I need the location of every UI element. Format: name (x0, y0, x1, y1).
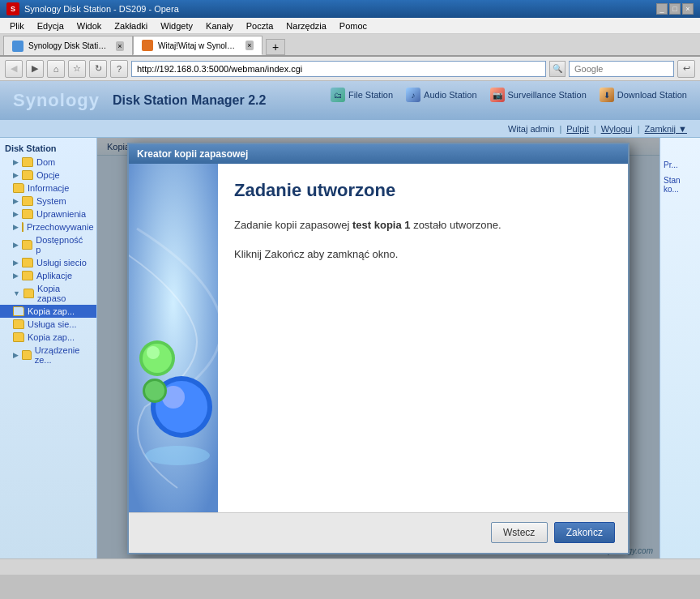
download-station-icon: ⬇ (600, 88, 614, 102)
menu-pomoc[interactable]: Pomoc (333, 19, 373, 32)
sidebar-item-kopia-zap2[interactable]: Kopia zap... (0, 331, 96, 344)
informacje-folder-icon (13, 183, 24, 193)
status-bar (0, 558, 700, 575)
file-station-icon: 🗂 (331, 88, 345, 102)
sidebar-item-kopia-zapasowa[interactable]: ▼ Kopia zapaso (0, 282, 96, 305)
sidebar-item-uslugi[interactable]: ▶ Usługi siecio (0, 256, 96, 269)
przechowywanie-arrow-icon: ▶ (13, 223, 19, 231)
back-nav-button[interactable]: ↩ (677, 60, 695, 78)
menu-widgety[interactable]: Widgety (154, 19, 199, 32)
sidebar-item-kopia-zap-active[interactable]: Kopia zap... (0, 305, 96, 318)
sidebar-item-urzadzenie-label: Urządzenie ze... (35, 345, 87, 365)
sidebar-item-kopia-zap2-label: Kopia zap... (28, 332, 75, 342)
right-panel-pr-label: Pr... (664, 160, 697, 169)
address-input[interactable] (131, 61, 546, 77)
menu-edycja[interactable]: Edycja (31, 19, 70, 32)
menu-zakladki[interactable]: Zakładki (108, 19, 154, 32)
content-area: Kopia zapasowa » Kopia zapasowa Kreator … (97, 138, 659, 558)
usluga-sie-icon (13, 319, 24, 329)
home-button[interactable]: ⌂ (47, 60, 65, 78)
tab-2[interactable]: Witaj!Witaj w Synology ... × (133, 36, 262, 55)
file-station-link[interactable]: 🗂 File Station (331, 88, 393, 102)
kopia-zap-active-icon (13, 306, 24, 316)
sidebar-item-przechowywanie-label: Przechowywanie (27, 222, 94, 232)
sidebar-item-dom[interactable]: ▶ Dom (0, 156, 96, 169)
wizard-dialog: Kreator kopii zapasowej (127, 143, 630, 554)
pulpit-link[interactable]: Pulpit (566, 124, 589, 134)
sidebar-item-usluga-sie[interactable]: Usługa sie... (0, 318, 96, 331)
logo-subtitle: Disk Station Manager 2.2 (113, 93, 266, 108)
surveillance-station-icon: 📷 (490, 88, 505, 102)
wizard-message1: Zadanie kopii zapasowej test kopia 1 zos… (234, 217, 612, 234)
aplikacje-folder-icon (22, 271, 33, 280)
sidebar-item-aplikacje[interactable]: ▶ Aplikacje (0, 269, 96, 282)
back-button[interactable]: Wstecz (491, 522, 548, 543)
sidebar-item-aplikacje-label: Aplikacje (36, 271, 72, 280)
surveillance-station-label: Surveillance Station (508, 90, 587, 100)
sidebar-item-uprawnienia[interactable]: ▶ Uprawnienia (0, 208, 96, 220)
tab-1[interactable]: Synology Disk Station - ... × (3, 36, 133, 55)
wyloguj-link[interactable]: Wyloguj (601, 124, 633, 134)
sidebar-header-label: Disk Station (5, 143, 57, 153)
bookmark-button[interactable]: ☆ (68, 60, 86, 78)
sidebar-item-przechowywanie[interactable]: ▶ Przechowywanie (0, 220, 96, 233)
finish-button[interactable]: Zakończ (554, 522, 615, 543)
back-button[interactable]: ◀ (5, 60, 23, 78)
sidebar-item-opcje[interactable]: ▶ Opcje (0, 169, 96, 182)
wizard-left-panel (129, 164, 218, 512)
sidebar-item-dostepnosc[interactable]: ▶ Dostępność p (0, 233, 96, 256)
tab-1-favicon (12, 41, 23, 52)
dom-arrow-icon: ▶ (13, 158, 19, 166)
sidebar-header[interactable]: Disk Station (0, 141, 96, 156)
title-bar: S Synology Disk Station - DS209 - Opera … (0, 0, 700, 18)
wizard-image (129, 164, 218, 512)
forward-button[interactable]: ▶ (26, 60, 44, 78)
sidebar-item-informacje-label: Informacje (28, 183, 69, 193)
dom-folder-icon (22, 157, 33, 167)
uprawnienia-folder-icon (22, 209, 33, 219)
dostepnosc-arrow-icon: ▶ (13, 241, 19, 249)
menu-narzedzia[interactable]: Narzędzia (280, 19, 333, 32)
maximize-button[interactable]: □ (669, 3, 681, 15)
browser-icon: S (6, 2, 19, 15)
wizard-right-panel: Zadanie utworzone Zadanie kopii zapasowe… (218, 164, 628, 512)
menu-kanaly[interactable]: Kanały (199, 19, 240, 32)
uslugi-arrow-icon: ▶ (13, 259, 19, 267)
menu-widok[interactable]: Widok (70, 19, 109, 32)
uslugi-folder-icon (22, 258, 33, 267)
sidebar-item-kopia-zap-active-label: Kopia zap... (28, 306, 75, 316)
search-icon: 🔍 (549, 61, 566, 77)
close-button[interactable]: × (682, 3, 694, 15)
window-controls[interactable]: _ □ × (656, 3, 694, 15)
urzadzenie-arrow-icon: ▶ (13, 351, 19, 359)
download-station-link[interactable]: ⬇ Download Station (600, 88, 687, 102)
svg-point-9 (145, 381, 164, 400)
right-panel-pr: Pr... Stan ko... (660, 157, 700, 197)
search-input[interactable] (569, 61, 674, 77)
file-station-label: File Station (348, 90, 393, 100)
opcje-folder-icon (22, 170, 33, 180)
minimize-button[interactable]: _ (656, 3, 668, 15)
add-tab-button[interactable]: + (266, 39, 285, 55)
modal-overlay: Kreator kopii zapasowej (97, 138, 659, 558)
download-station-label: Download Station (617, 90, 687, 100)
wizard-message2: Kliknij Zakończ aby zamknąć okno. (234, 246, 612, 263)
tab-1-close[interactable]: × (116, 41, 124, 51)
zamknij-link[interactable]: Zamknij ▼ (645, 124, 687, 134)
stop-button[interactable]: ? (110, 60, 128, 78)
menu-plik[interactable]: Plik (3, 19, 31, 32)
przechowywanie-folder-icon (22, 222, 23, 232)
main-layout: Disk Station ▶ Dom ▶ Opcje Informacje ▶ … (0, 138, 700, 558)
menu-poczta[interactable]: Poczta (240, 19, 280, 32)
kopia-zap2-icon (13, 332, 24, 342)
sidebar-item-kopia-label: Kopia zapaso (37, 284, 87, 303)
reload-button[interactable]: ↻ (89, 60, 107, 78)
surveillance-station-link[interactable]: 📷 Surveillance Station (490, 88, 587, 102)
sidebar-item-system[interactable]: ▶ System (0, 195, 96, 208)
kopia-folder-icon (23, 289, 34, 298)
sidebar-item-informacje[interactable]: Informacje (0, 182, 96, 195)
audio-station-link[interactable]: ♪ Audio Station (406, 88, 476, 102)
tab-2-close[interactable]: × (245, 41, 254, 50)
sidebar-item-uslugi-label: Usługi siecio (36, 258, 87, 267)
sidebar-item-urzadzenie[interactable]: ▶ Urządzenie ze... (0, 344, 96, 366)
